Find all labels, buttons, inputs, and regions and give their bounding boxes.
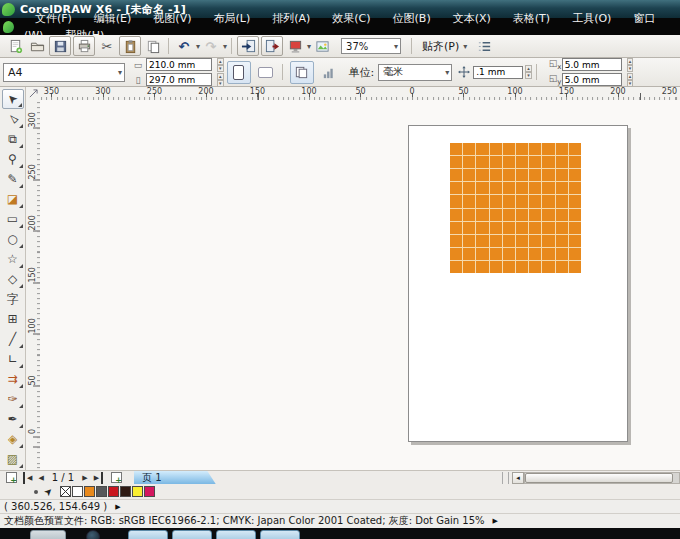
palette-eyedropper-icon[interactable]: ➤ xyxy=(41,485,55,499)
zoom-level-combobox[interactable]: 37% ▾ xyxy=(341,38,401,54)
menu-item[interactable]: 工具(O) xyxy=(561,12,622,25)
chevron-down-icon[interactable]: ▾ xyxy=(223,42,227,51)
graph-paper-grid-object[interactable] xyxy=(450,143,581,273)
landscape-button[interactable] xyxy=(254,61,278,84)
pick-tool[interactable]: ➤ xyxy=(2,89,24,109)
copy-button[interactable] xyxy=(143,37,163,55)
paper-size-combobox[interactable]: A4 ▾ xyxy=(3,63,125,82)
menu-item[interactable]: 布局(L) xyxy=(202,12,261,25)
drawing-canvas[interactable] xyxy=(40,100,680,470)
menu-item[interactable]: 位图(B) xyxy=(382,12,442,25)
basic-shapes-tool[interactable]: ◇ xyxy=(2,269,24,289)
portrait-button[interactable] xyxy=(227,61,251,84)
color-swatch[interactable] xyxy=(132,486,143,497)
windows-taskbar[interactable] xyxy=(0,528,680,539)
color-eyedropper-tool[interactable]: ✑ xyxy=(2,389,24,409)
paper-height-spinner[interactable]: ▴▾ xyxy=(217,73,224,87)
ellipse-tool[interactable]: ○ xyxy=(2,229,24,249)
color-swatch[interactable] xyxy=(120,486,131,497)
new-document-button[interactable] xyxy=(5,37,25,55)
duplicate-distance-x-field[interactable] xyxy=(562,58,622,71)
splitter-handle[interactable] xyxy=(502,472,509,484)
menu-item[interactable]: 排列(A) xyxy=(261,12,321,25)
duplicate-distance-y-field[interactable] xyxy=(562,73,622,86)
table-tool[interactable]: ⊞ xyxy=(2,309,24,329)
taskbar-button[interactable] xyxy=(172,530,212,539)
paste-button[interactable] xyxy=(119,36,141,56)
redo-button[interactable]: ↷ xyxy=(201,37,221,55)
crop-tool[interactable]: ⧉ xyxy=(2,129,24,149)
add-page-end-button[interactable] xyxy=(111,472,122,483)
blend-tool[interactable]: ⇉ xyxy=(2,369,24,389)
print-button[interactable] xyxy=(73,36,95,56)
next-page-button[interactable]: ▶ xyxy=(79,472,90,484)
paper-width-field[interactable] xyxy=(146,58,212,71)
horizontal-scrollbar[interactable] xyxy=(524,472,680,484)
nudge-spinner[interactable]: ▴▾ xyxy=(525,65,532,79)
connector-tool[interactable]: ∟ xyxy=(2,349,24,369)
welcome-screen-button[interactable] xyxy=(312,37,332,55)
export-button[interactable] xyxy=(261,36,283,56)
horizontal-ruler[interactable]: 35030025020015010050050100150200250 xyxy=(40,87,680,101)
options-button[interactable] xyxy=(474,37,494,55)
add-page-start-button[interactable] xyxy=(6,472,17,483)
color-swatch[interactable] xyxy=(72,486,83,497)
import-button[interactable] xyxy=(237,36,259,56)
undo-button[interactable]: ↶ xyxy=(174,37,194,55)
last-page-button[interactable]: ▶ xyxy=(91,472,103,484)
snap-to-dropdown[interactable]: 贴齐(P) ▾ xyxy=(416,39,473,54)
polygon-tool[interactable]: ☆ xyxy=(2,249,24,269)
no-color-swatch[interactable] xyxy=(60,486,71,497)
paper-width-spinner[interactable]: ▴▾ xyxy=(217,58,224,72)
taskbar-button[interactable] xyxy=(128,530,168,539)
rectangle-tool[interactable]: ▭ xyxy=(2,209,24,229)
first-page-button[interactable]: ◀ xyxy=(23,472,35,484)
scroll-left-button[interactable]: ◂ xyxy=(512,472,524,484)
duplicate-x-spinner[interactable]: ▴▾ xyxy=(627,58,634,72)
taskbar-button[interactable] xyxy=(260,530,300,539)
menu-item[interactable]: 视图(V) xyxy=(142,12,202,25)
menu-item[interactable]: 效果(C) xyxy=(321,12,381,25)
status-expand-icon[interactable]: ▶ xyxy=(115,503,120,511)
current-page-button[interactable] xyxy=(317,61,341,84)
interactive-fill-tool[interactable]: ▨ xyxy=(2,449,24,469)
save-button[interactable] xyxy=(49,36,71,56)
outline-pen-tool[interactable]: ✒ xyxy=(2,409,24,429)
text-tool[interactable]: 字 xyxy=(2,289,24,309)
open-button[interactable] xyxy=(27,37,47,55)
palette-handle-icon[interactable] xyxy=(34,490,38,494)
previous-page-button[interactable]: ◀ xyxy=(35,472,46,484)
page[interactable] xyxy=(408,125,628,442)
cut-button[interactable]: ✂ xyxy=(97,37,117,55)
status-expand-icon[interactable]: ▶ xyxy=(493,517,498,525)
shape-tool[interactable]: ▻ xyxy=(2,109,24,129)
color-swatch[interactable] xyxy=(144,486,155,497)
all-pages-button[interactable] xyxy=(290,61,314,84)
scrollbar-thumb[interactable] xyxy=(525,473,673,483)
freehand-tool[interactable]: ✎ xyxy=(2,169,24,189)
duplicate-y-spinner[interactable]: ▴▾ xyxy=(627,73,634,87)
menu-item[interactable]: 文本(X) xyxy=(442,12,502,25)
paper-height-field[interactable] xyxy=(146,73,212,86)
chevron-down-icon[interactable]: ▾ xyxy=(307,42,311,51)
vertical-ruler[interactable]: 300250200150100500 xyxy=(26,100,41,470)
color-swatch[interactable] xyxy=(108,486,119,497)
application-launcher-button[interactable] xyxy=(285,37,305,55)
color-swatch[interactable] xyxy=(96,486,107,497)
taskbar-button[interactable] xyxy=(216,530,256,539)
units-combobox[interactable]: 毫米 ▾ xyxy=(378,64,452,81)
taskbar-button[interactable] xyxy=(86,530,100,539)
ruler-origin-button[interactable] xyxy=(26,87,41,101)
menu-item[interactable]: 文件(F) xyxy=(24,12,83,25)
menu-item[interactable]: 表格(T) xyxy=(502,12,561,25)
chevron-down-icon[interactable]: ▾ xyxy=(196,42,200,51)
fill-tool[interactable]: ◈ xyxy=(2,429,24,449)
taskbar-button[interactable] xyxy=(30,530,66,539)
menu-item[interactable]: 编辑(E) xyxy=(83,12,143,25)
page-tab[interactable]: 页 1 xyxy=(134,471,216,485)
nudge-offset-field[interactable] xyxy=(473,66,523,79)
zoom-tool[interactable]: ⚲ xyxy=(2,149,24,169)
dimension-tool[interactable]: ╱ xyxy=(2,329,24,349)
color-swatch[interactable] xyxy=(84,486,95,497)
smart-fill-tool[interactable]: ◪ xyxy=(2,189,24,209)
